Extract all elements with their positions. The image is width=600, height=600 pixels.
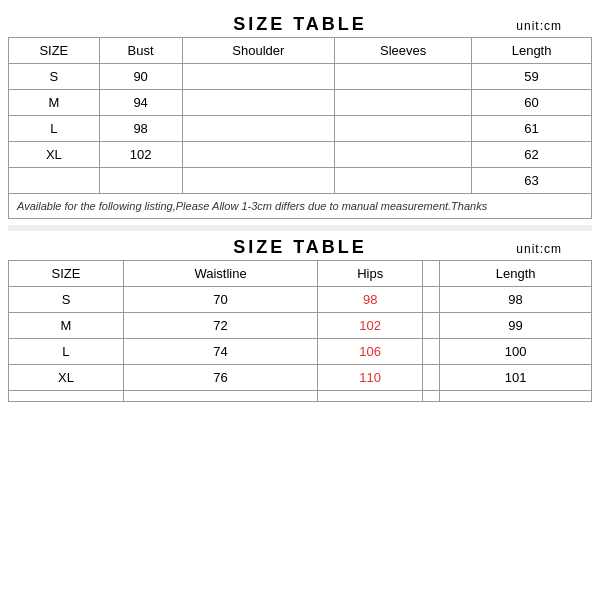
table1-title: SIZE TABLE unit:cm: [8, 8, 592, 37]
table-cell: 59: [472, 64, 592, 90]
table-cell: M: [9, 90, 100, 116]
table-row: M7210299: [9, 313, 592, 339]
table-cell: [318, 391, 423, 402]
table1-header-row: SIZE Bust Shoulder Sleeves Length: [9, 38, 592, 64]
col2-waistline: Waistline: [123, 261, 317, 287]
table-cell: 70: [123, 287, 317, 313]
table-cell: 74: [123, 339, 317, 365]
table-cell: [423, 287, 440, 313]
table-row: L74106100: [9, 339, 592, 365]
size-table-2: SIZE Waistline Hips Length S709898M72102…: [8, 260, 592, 402]
note-text: Available for the following listing,Plea…: [9, 194, 592, 219]
table-cell: 62: [472, 142, 592, 168]
table-cell: 90: [99, 64, 182, 90]
table-cell: [335, 64, 472, 90]
table-cell: [99, 168, 182, 194]
table-cell: [182, 142, 335, 168]
table-cell: [423, 365, 440, 391]
table-row: [9, 391, 592, 402]
table2-title-text: SIZE TABLE: [233, 237, 367, 257]
table-cell: 102: [318, 313, 423, 339]
table-cell: [182, 90, 335, 116]
table-cell: 63: [472, 168, 592, 194]
table-cell: 76: [123, 365, 317, 391]
table-cell: S: [9, 287, 124, 313]
table-row: S709898: [9, 287, 592, 313]
table-cell: M: [9, 313, 124, 339]
table-row: XL10262: [9, 142, 592, 168]
col2-size: SIZE: [9, 261, 124, 287]
table-cell: 98: [318, 287, 423, 313]
table-cell: [182, 168, 335, 194]
table-cell: L: [9, 339, 124, 365]
table-cell: [423, 313, 440, 339]
table-cell: XL: [9, 365, 124, 391]
table-cell: 98: [440, 287, 592, 313]
table-cell: [335, 116, 472, 142]
table-cell: 110: [318, 365, 423, 391]
table-cell: [335, 168, 472, 194]
table-row: 63: [9, 168, 592, 194]
col2-empty: [423, 261, 440, 287]
table2-unit: unit:cm: [516, 242, 562, 256]
table1-title-text: SIZE TABLE: [233, 14, 367, 34]
col-bust: Bust: [99, 38, 182, 64]
page: SIZE TABLE unit:cm SIZE Bust Shoulder Sl…: [0, 0, 600, 600]
table2-header-row: SIZE Waistline Hips Length: [9, 261, 592, 287]
table-cell: [423, 339, 440, 365]
table-cell: 72: [123, 313, 317, 339]
table-cell: 102: [99, 142, 182, 168]
table-cell: 101: [440, 365, 592, 391]
size-table-1: SIZE Bust Shoulder Sleeves Length S9059M…: [8, 37, 592, 219]
table-cell: [335, 142, 472, 168]
table1-unit: unit:cm: [516, 19, 562, 33]
table-cell: 99: [440, 313, 592, 339]
table-row: M9460: [9, 90, 592, 116]
table2-title: SIZE TABLE unit:cm: [8, 231, 592, 260]
table-cell: [182, 116, 335, 142]
table-cell: [423, 391, 440, 402]
table1-section: SIZE TABLE unit:cm SIZE Bust Shoulder Sl…: [8, 8, 592, 219]
table-row: S9059: [9, 64, 592, 90]
table-cell: 98: [99, 116, 182, 142]
table-cell: 60: [472, 90, 592, 116]
table-cell: [440, 391, 592, 402]
table-cell: L: [9, 116, 100, 142]
table-cell: 106: [318, 339, 423, 365]
table2-section: SIZE TABLE unit:cm SIZE Waistline Hips L…: [8, 231, 592, 402]
col-shoulder: Shoulder: [182, 38, 335, 64]
table-row: L9861: [9, 116, 592, 142]
col-length: Length: [472, 38, 592, 64]
table-cell: [9, 391, 124, 402]
table-row: XL76110101: [9, 365, 592, 391]
table-cell: [123, 391, 317, 402]
table-cell: [9, 168, 100, 194]
col2-length: Length: [440, 261, 592, 287]
table-cell: S: [9, 64, 100, 90]
note-row: Available for the following listing,Plea…: [9, 194, 592, 219]
col-sleeves: Sleeves: [335, 38, 472, 64]
table-cell: 61: [472, 116, 592, 142]
table-cell: [182, 64, 335, 90]
col-size: SIZE: [9, 38, 100, 64]
table-cell: XL: [9, 142, 100, 168]
table-cell: [335, 90, 472, 116]
table-cell: 100: [440, 339, 592, 365]
col2-hips: Hips: [318, 261, 423, 287]
table-cell: 94: [99, 90, 182, 116]
